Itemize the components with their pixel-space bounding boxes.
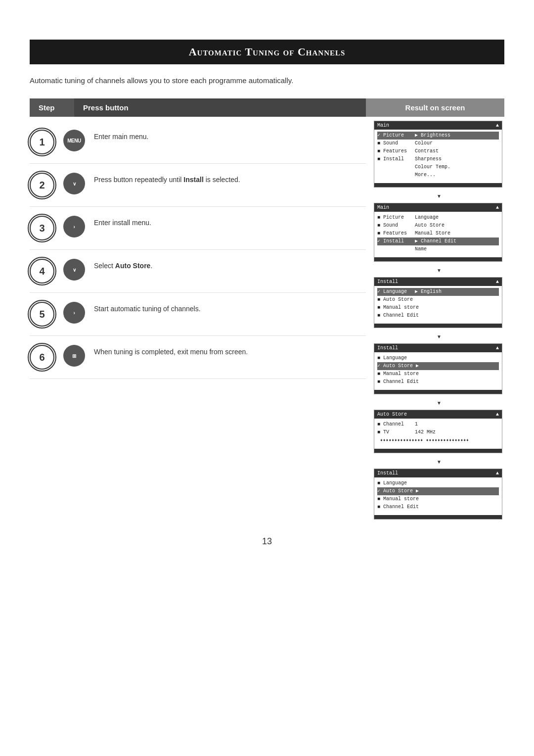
step-row: 5›Start automatic tuning of channels.: [30, 293, 366, 336]
screen-row: ■ TV142 MHz: [377, 428, 499, 436]
step-number: 1: [30, 130, 54, 154]
button-4[interactable]: ∨: [63, 259, 85, 281]
right-column: Main▲✓ Picture▶ Brightness■ SoundColour■…: [366, 121, 504, 521]
screen-row: ■ Manual store: [377, 370, 499, 378]
left-column: 1MENUEnter main menu.2∨Press button repe…: [30, 121, 366, 521]
step-text: Enter main menu.: [94, 130, 366, 142]
step-row: 1MENUEnter main menu.: [30, 121, 366, 164]
screen-row: ✓ Language▶ English: [377, 288, 499, 296]
step-row: 3›Enter install menu.: [30, 207, 366, 250]
step-number: 5: [30, 302, 54, 327]
screen-footer: [374, 257, 502, 261]
button-6[interactable]: ⊞: [63, 345, 85, 367]
screen-mockup: Main▲✓ Picture▶ Brightness■ SoundColour■…: [374, 121, 502, 188]
button-1[interactable]: MENU: [63, 130, 85, 151]
screen-footer: [374, 183, 502, 187]
arrow-down-icon: ▼: [374, 400, 504, 406]
step-number: 4: [30, 259, 54, 284]
step-row: 6⊞When tuning is completed, exit menu fr…: [30, 336, 366, 379]
screen-body: ■ Channel1■ TV142 MHz♦♦♦♦♦♦♦♦♦♦♦♦♦♦♦ ♦♦♦…: [374, 419, 502, 447]
step-number: 6: [30, 345, 54, 370]
button-2[interactable]: ∨: [63, 173, 85, 194]
screen-row: ■ FeaturesManual Store: [377, 230, 499, 237]
screen-footer: [374, 515, 502, 519]
screen-row: ■ Channel Edit: [377, 378, 499, 386]
table-header: Step Press button Result on screen: [30, 98, 504, 117]
screen-row: ■ Auto Store: [377, 296, 499, 304]
step-row: 2∨Press button repeatedly until Install …: [30, 164, 366, 207]
step-text: Enter install menu.: [94, 216, 366, 228]
screen-row: ✓ Install▶ Channel Edit: [377, 237, 499, 245]
screen-row: ■ PictureLanguage: [377, 214, 499, 222]
screen-header: Main▲: [374, 203, 502, 212]
arrow-down-icon: ▼: [374, 459, 504, 465]
step-text: Press button repeatedly until Install is…: [94, 173, 366, 185]
screen-row: ■ Manual store: [377, 304, 499, 312]
screen-body: ■ Language✓ Auto Store▶■ Manual store■ C…: [374, 477, 502, 513]
screen-row: ✓ Auto Store▶: [377, 362, 499, 370]
header-result: Result on screen: [366, 98, 504, 117]
screen-mockup: Install▲■ Language✓ Auto Store▶■ Manual …: [374, 469, 502, 520]
screen-mockup: Auto Store▲■ Channel1■ TV142 MHz♦♦♦♦♦♦♦♦…: [374, 410, 502, 453]
screen-row: ■ SoundAuto Store: [377, 222, 499, 230]
screen-row: ■ Language: [377, 479, 499, 487]
screen-footer: [374, 324, 502, 328]
button-3[interactable]: ›: [63, 216, 85, 237]
screen-body: ■ PictureLanguage■ SoundAuto Store■ Feat…: [374, 212, 502, 255]
screen-row: ■ Channel Edit: [377, 503, 499, 511]
screen-row: ■ Language: [377, 354, 499, 362]
screen-header: Install▲: [374, 469, 502, 477]
screen-row: ■ FeaturesContrast: [377, 147, 499, 155]
steps-area: 1MENUEnter main menu.2∨Press button repe…: [30, 121, 504, 521]
screen-row: ■ InstallSharpness: [377, 155, 499, 163]
step-number: 2: [30, 173, 54, 197]
screen-body: ■ Language✓ Auto Store▶■ Manual store■ C…: [374, 352, 502, 388]
screen-row: More...: [377, 171, 499, 179]
screen-footer: [374, 390, 502, 394]
screen-row: ■ Channel Edit: [377, 312, 499, 320]
screen-body: ✓ Language▶ English■ Auto Store■ Manual …: [374, 286, 502, 322]
screen-row: ■ SoundColour: [377, 140, 499, 147]
screen-mockup: Install▲✓ Language▶ English■ Auto Store■…: [374, 277, 502, 328]
screen-body: ✓ Picture▶ Brightness■ SoundColour■ Feat…: [374, 130, 502, 181]
arrow-down-icon: ▼: [374, 193, 504, 199]
screen-row: ✓ Picture▶ Brightness: [377, 132, 499, 140]
screen-header: Main▲: [374, 121, 502, 130]
arrow-down-icon: ▼: [374, 334, 504, 339]
page-number: 13: [262, 536, 272, 547]
step-text: Select Auto Store.: [94, 259, 366, 271]
step-text: Start automatic tuning of channels.: [94, 302, 366, 314]
page-title: Automatic Tuning of Channels: [30, 40, 504, 64]
step-row: 4∨Select Auto Store.: [30, 250, 366, 293]
step-text: When tuning is completed, exit menu from…: [94, 345, 366, 357]
header-step: Step: [30, 98, 74, 117]
screen-mockup: Install▲■ Language✓ Auto Store▶■ Manual …: [374, 343, 502, 394]
screen-header: Install▲: [374, 278, 502, 286]
screen-row: ✓ Auto Store▶: [377, 487, 499, 495]
subtitle: Automatic tuning of channels allows you …: [30, 76, 293, 85]
header-press: Press button: [74, 98, 366, 117]
screen-footer: [374, 449, 502, 453]
screen-header: Install▲: [374, 344, 502, 352]
screen-header: Auto Store▲: [374, 410, 502, 419]
screen-row: ■ Channel1: [377, 421, 499, 428]
screen-row: Colour Temp.: [377, 163, 499, 171]
screen-row: Name: [377, 245, 499, 253]
screen-mockup: Main▲■ PictureLanguage■ SoundAuto Store■…: [374, 203, 502, 262]
arrow-down-icon: ▼: [374, 268, 504, 273]
step-number: 3: [30, 216, 54, 240]
screen-row: ■ Manual store: [377, 495, 499, 503]
button-5[interactable]: ›: [63, 302, 85, 324]
